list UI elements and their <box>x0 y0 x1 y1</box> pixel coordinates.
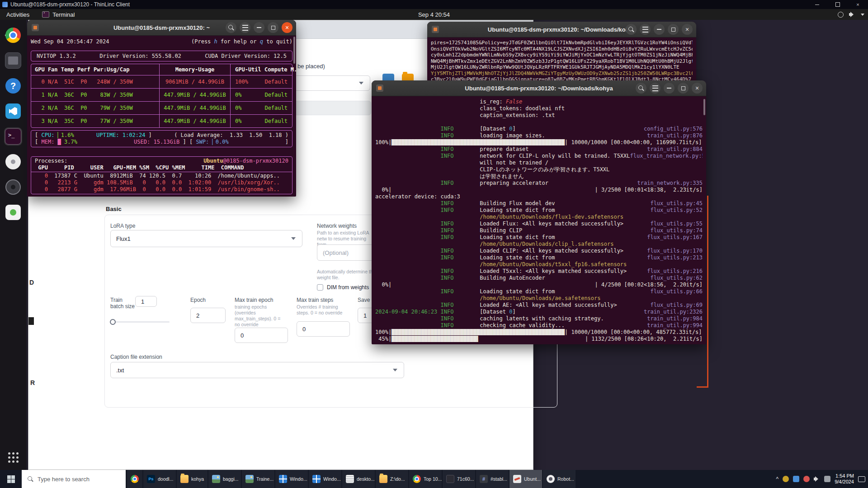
start-button[interactable] <box>0 470 22 488</box>
window-titlebar[interactable]: Ubuntu@0185-dsm-prxmx30120: ~ × <box>27 20 296 36</box>
tray-expand-chevron[interactable]: ^ <box>776 476 779 482</box>
max-train-steps-help: Overrides # training steps. 0 = no overr… <box>297 304 350 316</box>
window-minimize-button[interactable] <box>654 24 665 35</box>
window-titlebar[interactable]: Ubuntu@0185-dsm-prxmx30120: ~/Downloads/… <box>372 80 706 96</box>
taskbar-item-photoshop[interactable]: doodl... <box>143 470 176 488</box>
network-icon[interactable] <box>824 476 830 482</box>
menu-button[interactable] <box>650 83 660 94</box>
camera-icon <box>5 179 21 195</box>
terminal-line: /home/Ubuntu/Downloads/t5xxl_fp16.safete… <box>375 261 703 268</box>
accessibility-icon <box>838 12 844 18</box>
terminal-line: CLIP-Lのネットワークのみが学習されます。T5XXL <box>375 166 703 173</box>
window-maximize-button[interactable] <box>827 0 848 9</box>
scrollbar-thumb[interactable] <box>293 37 295 64</box>
train-batch-size-slider[interactable] <box>111 321 170 323</box>
focused-app-menu[interactable]: Terminal <box>36 11 81 18</box>
terminal-line: INFO Loaded AE: <All keys matched succes… <box>375 302 703 309</box>
dock-item-tool[interactable] <box>4 153 22 171</box>
search-icon <box>27 476 33 482</box>
dock-item-camera[interactable] <box>4 178 22 196</box>
thinlinc-titlebar[interactable]: Ubuntu@0185-dsm-prxmx30120 - ThinLinc Cl… <box>0 0 868 9</box>
dock-item-files[interactable] <box>4 52 22 70</box>
max-train-epoch-input[interactable]: 0 <box>235 328 288 343</box>
window-maximize-button[interactable] <box>268 22 278 33</box>
thinlinc-icon <box>513 475 521 483</box>
taskbar-item-window1[interactable]: Windo... <box>275 470 308 488</box>
caption-extension-dropdown[interactable]: .txt <box>110 362 404 378</box>
lora-type-label: LoRA type <box>110 223 135 229</box>
terminal-line: /home/Ubuntu/Downloads/ae.safetensors <box>375 295 703 302</box>
window-minimize-button[interactable] <box>807 0 827 9</box>
chrome-icon <box>413 475 421 483</box>
search-button[interactable] <box>636 83 646 94</box>
window-close-button[interactable]: × <box>692 83 703 94</box>
menu-button[interactable] <box>640 24 651 35</box>
taskbar-item-thinlinc[interactable]: Ubunt... <box>509 470 542 488</box>
taskbar-search[interactable]: Type here to search <box>22 470 126 488</box>
files-icon <box>5 52 21 69</box>
window-close-button[interactable]: × <box>682 24 693 35</box>
tray-icon[interactable] <box>803 476 810 482</box>
search-button[interactable] <box>226 22 236 33</box>
scrollbar-thumb[interactable] <box>703 99 705 115</box>
taskbar-item-explorer[interactable]: Z:\do... <box>376 470 408 488</box>
taskbar-item-label: Traine... <box>256 476 274 482</box>
window-close-button[interactable]: × <box>848 0 868 9</box>
terminal-line: pires=1725741085&Policy=eyJTdGF0ZW1lbnQi… <box>431 40 693 46</box>
tray-icon[interactable] <box>793 476 799 482</box>
dock-item-software[interactable] <box>4 203 22 221</box>
epoch-input[interactable]: 2 <box>190 308 226 323</box>
image-icon <box>245 475 254 483</box>
dock-item-vscode[interactable] <box>4 102 22 120</box>
action-center-icon[interactable] <box>858 476 865 482</box>
search-button[interactable] <box>626 24 637 35</box>
taskbar-item-chrome[interactable] <box>127 470 142 488</box>
volume-icon[interactable] <box>814 476 820 482</box>
taskbar-item-notepad[interactable]: deskto... <box>342 470 375 488</box>
thinlinc-app-icon <box>2 2 8 7</box>
menu-button[interactable] <box>240 22 250 33</box>
slider-handle[interactable] <box>110 319 116 325</box>
max-train-steps-input[interactable]: 0 <box>297 321 350 337</box>
window-close-button[interactable]: × <box>282 22 292 33</box>
terminal-window-training[interactable]: Ubuntu@0185-dsm-prxmx30120: ~/Downloads/… <box>372 80 706 344</box>
taskbar-item-chrome-tab[interactable]: Top 10... <box>409 470 442 488</box>
taskbar-item-window2[interactable]: Windo... <box>309 470 341 488</box>
activities-button[interactable]: Activities <box>0 11 36 18</box>
windows-taskbar: Type here to search doodl... kohya baggi… <box>0 470 868 488</box>
dock-item-help[interactable] <box>4 77 22 95</box>
window-minimize-button[interactable] <box>254 22 264 33</box>
taskbar-item-image1[interactable]: baggi... <box>208 470 241 488</box>
focused-app-name: Terminal <box>52 11 75 18</box>
window-maximize-button[interactable] <box>678 83 689 94</box>
dock-item-terminal[interactable] <box>4 127 22 145</box>
taskbar-item-kohya-folder[interactable]: kohya <box>177 470 208 488</box>
clipped-text: D <box>29 279 34 286</box>
terminal-window-nvitop[interactable]: Ubuntu@0185-dsm-prxmx30120: ~ × Wed Sep … <box>27 20 296 197</box>
window-minimize-button[interactable] <box>664 83 675 94</box>
taskbar-item-image2[interactable]: Traine... <box>242 470 274 488</box>
terminal-line: INFO Loaded T5xxl: <All keys matched suc… <box>375 268 703 275</box>
terminal-line: /home/Ubuntu/Downloads/flux1-dev.safeten… <box>375 214 703 221</box>
search-icon <box>638 85 644 91</box>
taskbar-item-file[interactable]: 71c60... <box>443 470 475 488</box>
dock-item-chrome[interactable] <box>4 26 22 44</box>
terminal-line: YjY5MThjZTljMWVkMjNhOTZjYjJlZDQ4NWVkMGZi… <box>431 70 693 77</box>
train-batch-size-input[interactable]: 1 <box>135 296 157 307</box>
clock[interactable]: Sep 4 20:54 <box>418 9 450 20</box>
lora-type-value: Flux1 <box>116 235 131 242</box>
chevron-down-icon <box>291 237 296 240</box>
show-applications-button[interactable] <box>4 448 22 466</box>
terminal-line: 45%|██████████████████████████▌| 1132/25… <box>375 336 703 343</box>
taskbar-clock[interactable]: 1:54 PM 9/4/2024 <box>835 473 854 485</box>
section-heading: Basic <box>106 206 122 212</box>
taskbar-item-robot[interactable]: Robot... <box>543 470 576 488</box>
tray-icon[interactable] <box>783 476 789 482</box>
window-maximize-button[interactable] <box>668 24 679 35</box>
system-tray[interactable] <box>838 9 864 20</box>
taskbar-item-label: kohya <box>191 476 204 482</box>
dim-from-weights-checkbox[interactable] <box>317 284 323 291</box>
lora-type-dropdown[interactable]: Flux1 <box>110 230 302 247</box>
window-titlebar[interactable]: Ubuntu@0185-dsm-prxmx30120: ~/Downloads/… <box>427 22 696 38</box>
taskbar-item-discord[interactable]: #stabl... <box>476 470 509 488</box>
